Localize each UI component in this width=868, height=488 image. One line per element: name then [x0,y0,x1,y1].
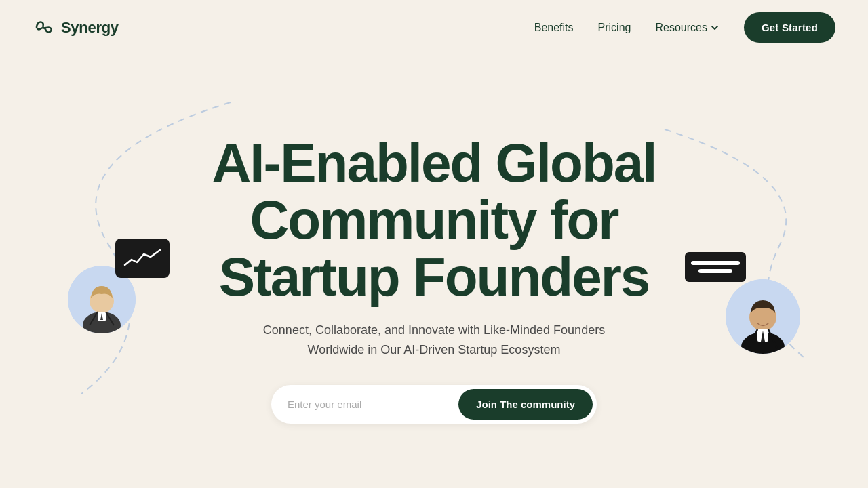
avatar-right [726,279,800,354]
person-right-svg [726,279,800,354]
nav-resources[interactable]: Resources [655,22,719,34]
get-started-button[interactable]: Get Started [744,12,835,43]
chart-widget [115,239,170,278]
hero-title: AI-Enabled Global Community for Startup … [212,135,656,306]
nav-pricing[interactable]: Pricing [598,22,631,34]
text-line-2 [698,269,732,273]
logo-text: Synergy [61,19,119,37]
text-widget [685,252,746,282]
avatar-circle-right [726,279,800,354]
hero-section: AI-Enabled Global Community for Startup … [0,55,868,488]
hero-subtitle: Connect, Collaborate, and Innovate with … [244,321,624,360]
email-input[interactable] [288,392,458,417]
nav-links: Benefits Pricing Resources Get Started [534,12,835,43]
text-line-1 [691,261,740,265]
logo[interactable]: Synergy [33,17,119,39]
nav-benefits[interactable]: Benefits [534,22,574,34]
join-button[interactable]: Join The community [458,389,593,420]
chart-svg [122,246,163,270]
chevron-down-icon [710,23,719,33]
logo-icon [33,17,54,39]
email-form: Join The community [271,385,597,424]
navbar: Synergy Benefits Pricing Resources Get S… [0,0,868,55]
